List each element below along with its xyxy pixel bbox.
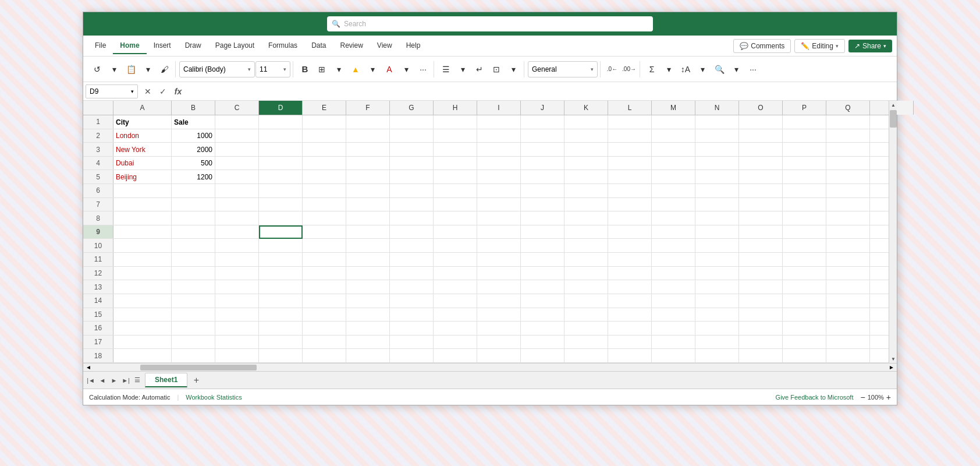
cell-a15[interactable] (113, 308, 172, 322)
cell-i14[interactable] (477, 294, 521, 308)
cell-g7[interactable] (390, 198, 434, 211)
cell-o4[interactable] (739, 157, 783, 170)
cell-i6[interactable] (477, 184, 521, 197)
cell-f15[interactable] (346, 308, 390, 322)
cell-d4[interactable] (259, 157, 303, 170)
cell-l4[interactable] (608, 157, 652, 170)
cell-p16[interactable] (783, 322, 826, 335)
fill-dropdown[interactable]: ▾ (364, 61, 381, 77)
cell-f18[interactable] (346, 349, 390, 362)
zoom-out-button[interactable]: − (860, 393, 865, 402)
cell-f17[interactable] (346, 336, 390, 349)
cell-d11[interactable] (259, 253, 303, 266)
cell-q2[interactable] (826, 129, 870, 143)
cell-c5[interactable] (215, 170, 259, 183)
cell-i9[interactable] (477, 225, 521, 239)
find-dropdown[interactable]: ▾ (728, 61, 744, 77)
tab-data[interactable]: Data (304, 38, 333, 54)
col-header-m[interactable]: M (652, 101, 695, 115)
row-number-9[interactable]: 9 (83, 225, 113, 239)
share-button[interactable]: ↗ Share ▾ (848, 40, 892, 52)
cell-i2[interactable] (477, 129, 521, 143)
cancel-formula-icon[interactable]: ✕ (141, 85, 154, 98)
cell-c18[interactable] (215, 349, 259, 362)
cell-h2[interactable] (434, 129, 477, 143)
cell-d15[interactable] (259, 308, 303, 322)
cell-g8[interactable] (390, 211, 434, 225)
row-number-13[interactable]: 13 (83, 280, 113, 294)
cell-o3[interactable] (739, 143, 783, 156)
cell-j2[interactable] (521, 129, 564, 143)
cell-g1[interactable] (390, 115, 434, 129)
cell-b9[interactable] (172, 225, 215, 239)
sheet-tab-sheet1[interactable]: Sheet1 (145, 373, 187, 387)
cell-p7[interactable] (783, 198, 826, 211)
cell-c3[interactable] (215, 143, 259, 156)
cell-h11[interactable] (434, 253, 477, 266)
cell-j7[interactable] (521, 198, 564, 211)
cell-a7[interactable] (113, 198, 172, 211)
cell-d3[interactable] (259, 143, 303, 156)
cell-m3[interactable] (652, 143, 695, 156)
cell-f9[interactable] (346, 225, 390, 239)
cell-a1[interactable]: City (113, 115, 172, 129)
cell-l3[interactable] (608, 143, 652, 156)
cell-l14[interactable] (608, 294, 652, 308)
cell-a9[interactable] (113, 225, 172, 239)
cell-n14[interactable] (695, 294, 739, 308)
cell-f2[interactable] (346, 129, 390, 143)
cell-o9[interactable] (739, 225, 783, 239)
cell-k5[interactable] (564, 170, 608, 183)
col-header-o[interactable]: O (739, 101, 783, 115)
col-header-k[interactable]: K (564, 101, 608, 115)
cell-c1[interactable] (215, 115, 259, 129)
format-painter-button[interactable]: 🖌 (157, 61, 173, 77)
cell-j9[interactable] (521, 225, 564, 239)
cell-q15[interactable] (826, 308, 870, 322)
cell-b1[interactable]: Sale (172, 115, 215, 129)
col-header-d[interactable]: D (259, 101, 303, 115)
cell-e9[interactable] (303, 225, 346, 239)
scroll-down-arrow[interactable]: ▼ (889, 355, 897, 363)
tab-file[interactable]: File (88, 38, 113, 54)
cell-l11[interactable] (608, 253, 652, 266)
cell-h9[interactable] (434, 225, 477, 239)
cell-j15[interactable] (521, 308, 564, 322)
cell-i12[interactable] (477, 267, 521, 280)
cell-i17[interactable] (477, 336, 521, 349)
cell-f12[interactable] (346, 267, 390, 280)
tab-page-layout[interactable]: Page Layout (208, 38, 261, 54)
add-sheet-button[interactable]: + (190, 374, 203, 387)
col-header-f[interactable]: F (346, 101, 390, 115)
cell-f5[interactable] (346, 170, 390, 183)
more-button[interactable]: ··· (745, 61, 761, 77)
cell-e15[interactable] (303, 308, 346, 322)
cell-k16[interactable] (564, 322, 608, 335)
cell-d6[interactable] (259, 184, 303, 197)
cell-b14[interactable] (172, 294, 215, 308)
cell-n7[interactable] (695, 198, 739, 211)
cell-k3[interactable] (564, 143, 608, 156)
cell-i10[interactable] (477, 239, 521, 252)
cell-j10[interactable] (521, 239, 564, 252)
cell-o12[interactable] (739, 267, 783, 280)
cell-l8[interactable] (608, 211, 652, 225)
cell-d1[interactable] (259, 115, 303, 129)
cell-g14[interactable] (390, 294, 434, 308)
cell-h10[interactable] (434, 239, 477, 252)
cell-f6[interactable] (346, 184, 390, 197)
cell-a17[interactable] (113, 336, 172, 349)
cell-a14[interactable] (113, 294, 172, 308)
row-number-3[interactable]: 3 (83, 143, 113, 156)
autosum-button[interactable]: Σ (644, 61, 660, 77)
cell-k14[interactable] (564, 294, 608, 308)
cell-m13[interactable] (652, 280, 695, 294)
cell-l6[interactable] (608, 184, 652, 197)
cell-g4[interactable] (390, 157, 434, 170)
cell-n11[interactable] (695, 253, 739, 266)
cell-o8[interactable] (739, 211, 783, 225)
cell-b4[interactable]: 500 (172, 157, 215, 170)
cell-b3[interactable]: 2000 (172, 143, 215, 156)
cell-n9[interactable] (695, 225, 739, 239)
cell-e7[interactable] (303, 198, 346, 211)
